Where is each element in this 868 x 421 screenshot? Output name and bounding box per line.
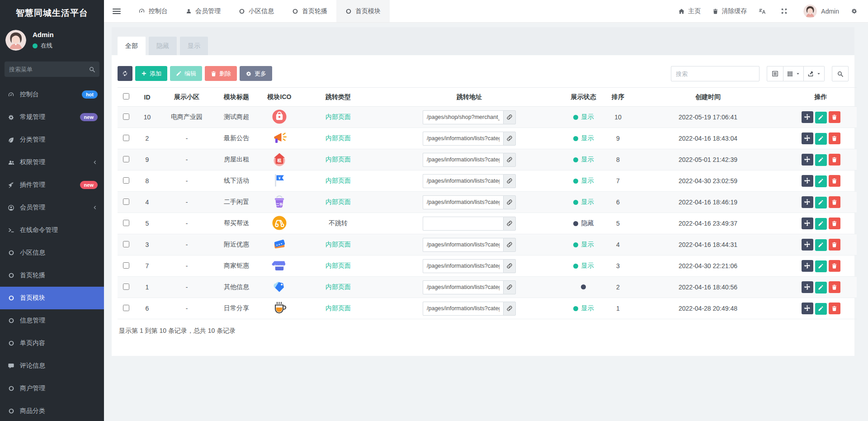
link-button[interactable] [503, 132, 516, 146]
cell-status[interactable]: 显示 [562, 255, 605, 277]
select-all-checkbox[interactable] [123, 93, 129, 99]
home-link[interactable]: 主页 [678, 7, 701, 15]
cell-status[interactable]: 显示 [562, 107, 605, 128]
row-checkbox-cell[interactable] [118, 128, 135, 149]
cell-status[interactable]: 隐藏 [562, 213, 605, 234]
link-button[interactable] [503, 110, 516, 124]
row-checkbox-cell[interactable] [118, 298, 135, 319]
language-button[interactable] [759, 8, 769, 14]
drag-move-button[interactable] [802, 218, 813, 229]
row-checkbox[interactable] [123, 262, 129, 269]
columns-button[interactable] [783, 66, 804, 81]
sidebar-item-addon[interactable]: 插件管理new [0, 174, 104, 196]
sidebar-item-dashboard[interactable]: 控制台hot [0, 83, 104, 106]
sidebar-item-merchant[interactable]: 商户管理 [0, 377, 104, 400]
search-submit-button[interactable] [832, 66, 849, 81]
column-header[interactable]: 展示状态 [562, 88, 605, 107]
cell-status[interactable]: 显示 [562, 128, 605, 149]
sidebar-item-community-info[interactable]: 小区信息 [0, 241, 104, 264]
drag-move-button[interactable] [802, 111, 813, 123]
filter-tab-all[interactable]: 全部 [118, 37, 146, 55]
sidebar-item-general[interactable]: 常规管理new [0, 106, 104, 128]
cell-status[interactable]: 显示 [562, 298, 605, 319]
row-checkbox[interactable] [123, 177, 129, 184]
row-checkbox[interactable] [123, 220, 129, 226]
detail-view-button[interactable] [767, 66, 783, 81]
column-header[interactable]: 跳转类型 [300, 88, 377, 107]
row-checkbox[interactable] [123, 199, 129, 205]
topnav-tab-home-module[interactable]: 首页模块 [336, 0, 390, 22]
row-delete-button[interactable] [829, 196, 840, 208]
link-button[interactable] [503, 302, 516, 316]
row-delete-button[interactable] [829, 175, 840, 187]
row-checkbox[interactable] [123, 114, 129, 120]
drag-move-button[interactable] [802, 303, 813, 314]
column-header[interactable]: 跳转地址 [377, 88, 562, 107]
filter-tab-hidden[interactable]: 隐藏 [149, 37, 177, 55]
topnav-tab-community-info[interactable]: 小区信息 [230, 0, 283, 22]
row-delete-button[interactable] [829, 239, 840, 251]
drag-move-button[interactable] [802, 154, 813, 166]
row-checkbox-cell[interactable] [118, 192, 135, 213]
row-edit-button[interactable] [815, 197, 827, 208]
row-edit-button[interactable] [815, 112, 827, 123]
delete-button[interactable]: 删除 [205, 66, 237, 81]
fullscreen-button[interactable] [781, 8, 791, 14]
row-delete-button[interactable] [829, 132, 840, 144]
column-header[interactable]: 创建时间 [631, 88, 785, 107]
row-checkbox[interactable] [123, 305, 129, 311]
username[interactable]: Admin [821, 8, 839, 15]
table-search-input[interactable] [671, 66, 760, 81]
cell-status[interactable] [562, 277, 605, 298]
row-checkbox-cell[interactable] [118, 213, 135, 234]
jump-url-input[interactable] [423, 195, 503, 209]
edit-button[interactable]: 编辑 [170, 66, 202, 81]
link-button[interactable] [503, 238, 516, 252]
sidebar-item-information[interactable]: 信息管理 [0, 309, 104, 332]
sidebar-item-comments[interactable]: 评论信息 [0, 355, 104, 377]
sidebar-item-goods-category[interactable]: 商品分类 [0, 400, 104, 421]
jump-url-input[interactable] [423, 217, 503, 231]
refresh-button[interactable] [118, 66, 132, 81]
row-edit-button[interactable] [815, 303, 827, 315]
jump-url-input[interactable] [423, 110, 503, 124]
settings-button[interactable] [851, 8, 861, 14]
link-button[interactable] [503, 280, 516, 294]
row-checkbox-cell[interactable] [118, 255, 135, 277]
row-checkbox[interactable] [123, 135, 129, 141]
drag-move-button[interactable] [802, 132, 813, 144]
jump-url-input[interactable] [423, 302, 503, 316]
jump-url-input[interactable] [423, 132, 503, 146]
row-edit-button[interactable] [815, 260, 827, 272]
sidebar-item-category[interactable]: 分类管理 [0, 128, 104, 151]
row-checkbox[interactable] [123, 241, 129, 247]
column-header[interactable]: 展示小区 [160, 88, 214, 107]
jump-url-input[interactable] [423, 280, 503, 294]
clear-cache-link[interactable]: 清除缓存 [712, 7, 747, 15]
link-button[interactable] [503, 153, 516, 167]
cell-status[interactable]: 显示 [562, 234, 605, 255]
hamburger-icon[interactable] [104, 0, 129, 22]
row-checkbox-cell[interactable] [118, 107, 135, 128]
drag-move-button[interactable] [802, 260, 813, 272]
user-avatar[interactable] [5, 30, 26, 51]
sidebar-item-auth[interactable]: 权限管理 [0, 151, 104, 174]
export-button[interactable] [804, 66, 825, 81]
topnav-tab-member[interactable]: 会员管理 [177, 0, 230, 22]
menu-search-input[interactable] [9, 66, 89, 73]
drag-move-button[interactable] [802, 281, 813, 293]
row-edit-button[interactable] [815, 218, 827, 230]
topnav-tab-home-banner[interactable]: 首页轮播 [283, 0, 336, 22]
row-delete-button[interactable] [829, 260, 840, 272]
row-checkbox-cell[interactable] [118, 149, 135, 170]
cell-status[interactable]: 显示 [562, 149, 605, 170]
jump-url-input[interactable] [423, 238, 503, 252]
row-checkbox[interactable] [123, 156, 129, 162]
row-delete-button[interactable] [829, 111, 840, 123]
cell-status[interactable]: 显示 [562, 170, 605, 192]
drag-move-button[interactable] [802, 175, 813, 187]
row-delete-button[interactable] [829, 218, 840, 229]
row-edit-button[interactable] [815, 175, 827, 187]
row-checkbox-cell[interactable] [118, 170, 135, 192]
drag-move-button[interactable] [802, 239, 813, 251]
